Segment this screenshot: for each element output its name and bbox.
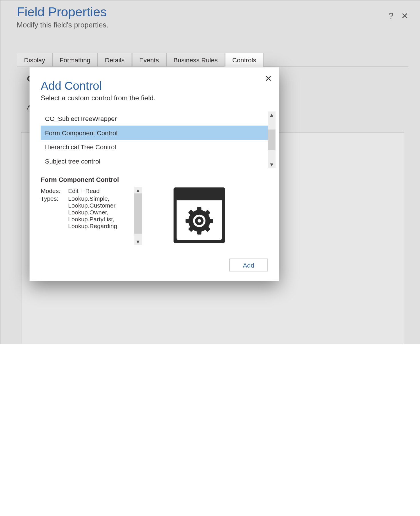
types-value-line: Lookup.PartyList,	[68, 216, 117, 223]
types-label: Types:	[41, 195, 61, 202]
tab-display[interactable]: Display	[17, 53, 53, 67]
tab-controls[interactable]: Controls	[225, 53, 264, 67]
detail-scroll-thumb[interactable]	[134, 194, 142, 234]
add-control-modal: ✕ Add Control Select a custom control fr…	[30, 67, 279, 281]
detail-scroll-down-icon[interactable]: ▼	[135, 239, 141, 245]
add-button[interactable]: Add	[229, 259, 268, 272]
control-list-scrollbar[interactable]: ▲ ▼	[268, 111, 276, 168]
scroll-up-icon[interactable]: ▲	[269, 111, 274, 118]
tab-details[interactable]: Details	[98, 53, 132, 67]
modes-value: Edit + Read	[68, 188, 117, 194]
control-list-item[interactable]: Form Component Control	[41, 126, 268, 140]
modal-subtitle: Select a custom control from the field.	[41, 94, 268, 102]
tab-strip: DisplayFormattingDetailsEventsBusiness R…	[17, 53, 409, 67]
control-list-item[interactable]: Subject tree control	[41, 154, 268, 168]
help-icon[interactable]: ?	[389, 11, 393, 21]
control-preview-icon	[174, 188, 225, 243]
tab-formatting[interactable]: Formatting	[52, 53, 98, 67]
dialog-title: Field Properties	[17, 5, 109, 19]
scroll-down-icon[interactable]: ▼	[269, 161, 274, 168]
types-value-line: Lookup.Regarding	[68, 223, 117, 230]
modal-title: Add Control	[41, 79, 268, 93]
dialog-subtitle: Modify this field's properties.	[17, 21, 109, 30]
control-detail-heading: Form Component Control	[41, 176, 268, 183]
tab-events[interactable]: Events	[132, 53, 166, 67]
control-list-item[interactable]: CC_SubjectTreeWrapper	[41, 111, 268, 126]
control-detail-properties: Modes: Types: Edit + Read Lookup.Simple,…	[41, 188, 148, 243]
tab-business-rules[interactable]: Business Rules	[166, 53, 225, 67]
control-list: CC_SubjectTreeWrapperForm Component Cont…	[41, 111, 268, 168]
control-list-item[interactable]: Hierarchical Tree Control	[41, 140, 268, 154]
modes-label: Modes:	[41, 188, 61, 194]
types-value-line: Lookup.Customer,	[68, 202, 117, 209]
dialog-header: Field Properties Modify this field's pro…	[17, 5, 109, 30]
svg-point-4	[198, 219, 201, 223]
types-value-line: Lookup.Owner,	[68, 209, 117, 216]
close-icon[interactable]: ✕	[401, 11, 409, 21]
field-properties-dialog: Field Properties Modify this field's pro…	[0, 0, 420, 344]
detail-scroll-up-icon[interactable]: ▲	[135, 188, 141, 194]
scroll-thumb[interactable]	[268, 130, 276, 150]
types-value-line: Lookup.Simple,	[68, 195, 117, 202]
svg-rect-2	[175, 195, 224, 200]
modal-close-icon[interactable]: ✕	[265, 73, 272, 84]
detail-scrollbar[interactable]: ▲ ▼	[134, 188, 142, 245]
